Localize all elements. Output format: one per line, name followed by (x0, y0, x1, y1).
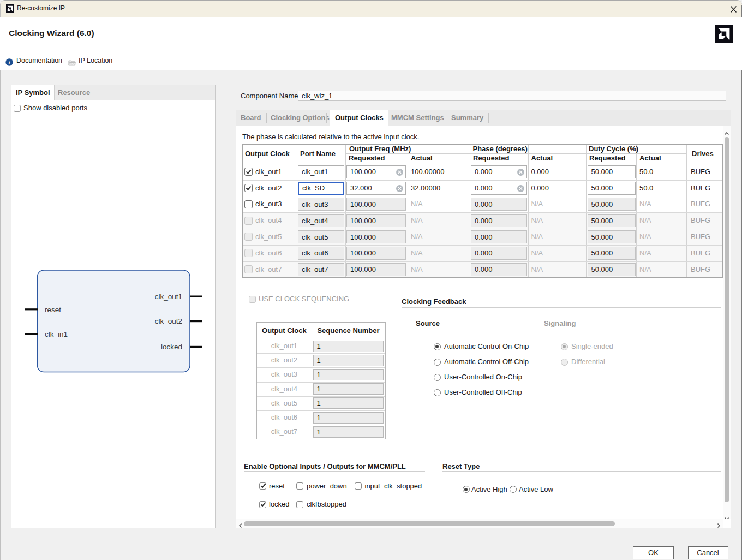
svg-text:clk_in1: clk_in1 (45, 330, 68, 338)
svg-text:locked: locked (161, 343, 182, 351)
svg-text:reset: reset (45, 306, 61, 314)
svg-text:clk_out2: clk_out2 (155, 317, 182, 325)
svg-text:clk_out1: clk_out1 (155, 293, 182, 301)
